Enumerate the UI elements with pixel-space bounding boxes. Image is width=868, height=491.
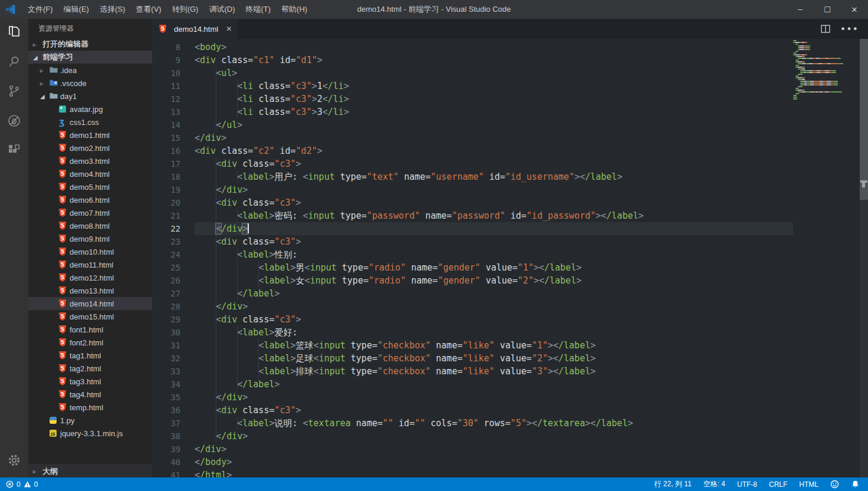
debug-icon[interactable] [0, 107, 28, 134]
code-line-34[interactable]: 34 </label> [152, 378, 793, 391]
chevron-right-icon[interactable]: ▹ [33, 41, 42, 48]
code-line-14[interactable]: 14 </ul> [152, 118, 793, 131]
chevron-right-icon[interactable]: ▹ [40, 67, 50, 74]
code-line-13[interactable]: 13 <li class="c3">3</li> [152, 106, 793, 118]
tree-item-demo7-html[interactable]: 5demo7.html [28, 206, 152, 219]
tree-item-demo13-html[interactable]: 5demo13.html [28, 284, 152, 297]
menu-item-5[interactable]: 调试(D) [203, 0, 240, 19]
code-line-26[interactable]: 26 <label>女<input type="radio" name="gen… [152, 274, 793, 287]
code-line-22[interactable]: 22 </div> [152, 222, 793, 235]
code-line-37[interactable]: 37 <label>说明: <textarea name="" id="" co… [152, 417, 793, 430]
menu-item-1[interactable]: 编辑(E) [58, 0, 94, 19]
code-line-21[interactable]: 21 <label>密码: <input type="password" nam… [152, 209, 793, 222]
menu-item-0[interactable]: 文件(F) [22, 0, 58, 19]
tree-item-tag1-html[interactable]: 5tag1.html [28, 349, 152, 362]
tree-item-tag2-html[interactable]: 5tag2.html [28, 362, 152, 375]
tree-item-demo8-html[interactable]: 5demo8.html [28, 219, 152, 232]
settings-gear-icon[interactable] [0, 447, 28, 474]
feedback-smiley-icon[interactable] [830, 480, 839, 489]
tree-item-demo1-html[interactable]: 5demo1.html [28, 128, 152, 141]
tree-item-day1[interactable]: ◢day1 [28, 90, 152, 103]
open-editors-section[interactable]: ▹ 打开的编辑器 [28, 38, 152, 51]
menu-item-3[interactable]: 查看(V) [130, 0, 166, 19]
tree-item-temp-html[interactable]: 5temp.html [28, 401, 152, 414]
code-line-18[interactable]: 18 <label>用户: <input type="text" name="u… [152, 170, 793, 183]
language-mode[interactable]: HTML [799, 480, 818, 489]
code-line-33[interactable]: 33 <label>排球<input type="checkbox" name=… [152, 365, 793, 378]
tree-item-demo9-html[interactable]: 5demo9.html [28, 232, 152, 245]
code-line-35[interactable]: 35 </div> [152, 391, 793, 404]
maximize-button[interactable]: ☐ [814, 0, 841, 19]
extensions-icon[interactable] [0, 137, 28, 164]
code-line-38[interactable]: 38 </div> [152, 430, 793, 443]
code-line-12[interactable]: 12 <li class="c3">2</li> [152, 93, 793, 106]
tree-item-demo14-html[interactable]: 5demo14.html [28, 297, 152, 310]
more-actions-icon[interactable]: ••• [840, 24, 859, 35]
code-line-23[interactable]: 23 <div class="c3"> [152, 235, 793, 248]
code-line-30[interactable]: 30 <label>爱好: [152, 326, 793, 339]
close-button[interactable]: ✕ [841, 0, 868, 19]
code-line-24[interactable]: 24 <label>性别: [152, 248, 793, 261]
code-line-25[interactable]: 25 <label>男<input type="radio" name="gen… [152, 261, 793, 274]
explorer-icon[interactable] [0, 19, 28, 46]
code-line-39[interactable]: 39</div> [152, 443, 793, 456]
tree-item--idea[interactable]: ▹.idea [28, 64, 152, 77]
code-line-11[interactable]: 11 <li class="c3">1</li> [152, 80, 793, 93]
chevron-down-icon[interactable]: ◢ [40, 93, 50, 100]
menu-item-4[interactable]: 转到(G) [167, 0, 204, 19]
code-line-41[interactable]: 41</html> [152, 469, 793, 477]
menu-item-2[interactable]: 选择(S) [94, 0, 130, 19]
tree-item-css1-css[interactable]: ʒcss1.css [28, 116, 152, 128]
split-editor-icon[interactable] [820, 24, 831, 34]
encoding[interactable]: UTF-8 [737, 480, 757, 489]
tree-item-demo15-html[interactable]: 5demo15.html [28, 310, 152, 323]
minimize-button[interactable]: ─ [787, 0, 814, 19]
tab-demo14[interactable]: 5 demo14.html ✕ [152, 19, 238, 39]
menu-item-6[interactable]: 终端(T) [240, 0, 276, 19]
scrollbar-slider[interactable] [860, 39, 868, 200]
code-line-17[interactable]: 17 <div class="c3"> [152, 157, 793, 170]
tree-item-demo5-html[interactable]: 5demo5.html [28, 180, 152, 193]
notifications-bell-icon[interactable] [851, 480, 860, 489]
minimap[interactable] [793, 40, 859, 477]
indentation[interactable]: 空格: 4 [703, 479, 725, 489]
problems-status[interactable]: 0 0 [6, 480, 38, 489]
code-line-32[interactable]: 32 <label>足球<input type="checkbox" name=… [152, 352, 793, 365]
search-icon[interactable] [0, 48, 28, 75]
tree-item--vscode[interactable]: ▹.vscode [28, 77, 152, 90]
tree-item-demo6-html[interactable]: 5demo6.html [28, 193, 152, 206]
tree-item-font2-html[interactable]: 5font2.html [28, 336, 152, 349]
code-line-9[interactable]: 9<div class="c1" id="d1"> [152, 54, 793, 67]
chevron-right-icon[interactable]: ▹ [33, 468, 42, 474]
close-tab-icon[interactable]: ✕ [226, 25, 232, 33]
code-line-16[interactable]: 16<div class="c2" id="d2"> [152, 144, 793, 157]
tree-item-jquery-3-3-1-min-js[interactable]: JSjquery-3.3.1.min.js [28, 427, 152, 440]
code-editor[interactable]: 8<body>9<div class="c1" id="d1">10 <ul>1… [152, 39, 793, 477]
code-line-36[interactable]: 36 <div class="c3"> [152, 404, 793, 417]
code-line-15[interactable]: 15</div> [152, 131, 793, 144]
eol-sequence[interactable]: CRLF [769, 480, 787, 489]
cursor-position[interactable]: 行 22, 列 11 [655, 479, 692, 489]
tree-item-demo10-html[interactable]: 5demo10.html [28, 245, 152, 258]
tree-item-demo4-html[interactable]: 5demo4.html [28, 167, 152, 180]
tree-item-tag3-html[interactable]: 5tag3.html [28, 375, 152, 388]
workspace-section[interactable]: ◢ 前端学习 [28, 51, 152, 64]
tree-item-font1-html[interactable]: 5font1.html [28, 323, 152, 336]
tree-item-demo12-html[interactable]: 5demo12.html [28, 271, 152, 284]
tree-item-1-py[interactable]: 1.py [28, 414, 152, 427]
outline-section[interactable]: ▹ 大纲 [28, 464, 152, 477]
menu-item-7[interactable]: 帮助(H) [276, 0, 313, 19]
tree-item-demo11-html[interactable]: 5demo11.html [28, 258, 152, 271]
code-line-40[interactable]: 40</body> [152, 456, 793, 469]
source-control-icon[interactable] [0, 78, 28, 105]
tree-item-avatar-jpg[interactable]: avatar.jpg [28, 103, 152, 116]
code-line-31[interactable]: 31 <label>篮球<input type="checkbox" name=… [152, 339, 793, 352]
code-line-27[interactable]: 27 </label> [152, 287, 793, 300]
code-line-10[interactable]: 10 <ul> [152, 67, 793, 80]
tree-item-demo3-html[interactable]: 5demo3.html [28, 154, 152, 167]
vertical-scrollbar[interactable] [860, 39, 868, 477]
tree-item-tag4-html[interactable]: 5tag4.html [28, 388, 152, 401]
tree-item-demo2-html[interactable]: 5demo2.html [28, 141, 152, 154]
chevron-right-icon[interactable]: ▹ [40, 80, 50, 87]
code-line-29[interactable]: 29 <div class="c3"> [152, 313, 793, 326]
